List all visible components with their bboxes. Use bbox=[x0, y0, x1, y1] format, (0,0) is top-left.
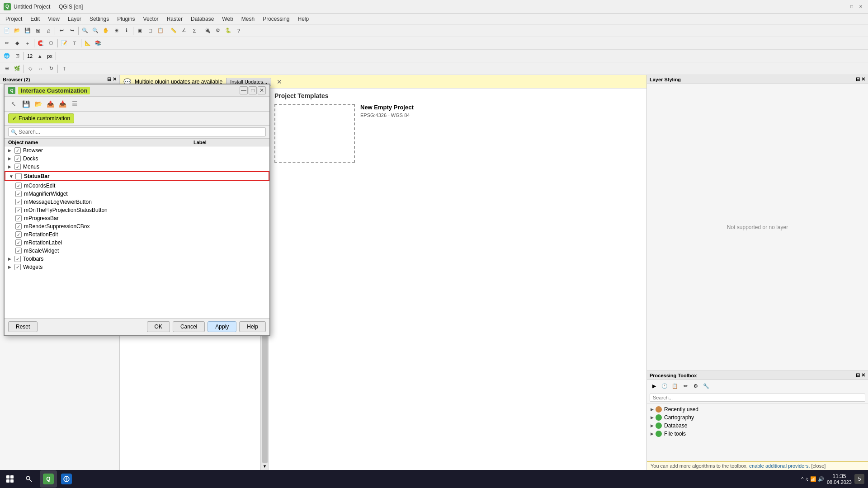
toolbar-open[interactable]: 📂 bbox=[12, 26, 22, 36]
toolbar-angle[interactable]: ∠ bbox=[179, 26, 189, 36]
menu-database[interactable]: Database bbox=[187, 15, 217, 23]
proc-more-btn[interactable]: 🔧 bbox=[702, 381, 711, 390]
taskbar-item-qgis[interactable]: Q bbox=[40, 470, 57, 488]
toolbar-identify[interactable]: ℹ bbox=[122, 26, 132, 36]
dlg-export-tool[interactable]: 📤 bbox=[45, 99, 56, 109]
toolbar-annotation[interactable]: 📝 bbox=[59, 38, 69, 48]
proc-options-btn[interactable]: ⚙ bbox=[691, 381, 700, 390]
tree-item-otfprojection[interactable]: ✓ mOnTheFlyProjectionStatusButton bbox=[5, 206, 269, 214]
maximize-button[interactable]: □ bbox=[848, 3, 855, 10]
menu-project[interactable]: Project bbox=[2, 15, 26, 23]
toolbar-layout[interactable]: 📐 bbox=[83, 38, 93, 48]
menu-raster[interactable]: Raster bbox=[163, 15, 186, 23]
toolbar-grasstools[interactable]: 🌿 bbox=[12, 64, 22, 74]
toolbar-georef[interactable]: ⊕ bbox=[2, 64, 12, 74]
info-close[interactable]: [close] bbox=[811, 463, 826, 469]
scroll-down[interactable]: ▼ bbox=[263, 464, 267, 470]
tree-item-statusbar[interactable]: ▼ StatusBar bbox=[5, 171, 269, 181]
rotationlabel-check[interactable]: ✓ bbox=[15, 239, 22, 246]
browser-close[interactable]: ✕ bbox=[113, 76, 117, 82]
processing-close[interactable]: ✕ bbox=[861, 372, 865, 378]
msglog-check[interactable]: ✓ bbox=[15, 199, 22, 205]
browser-float[interactable]: ⊟ bbox=[107, 76, 111, 82]
apply-button[interactable]: Apply bbox=[208, 321, 236, 332]
toolbar-attr-table[interactable]: 📋 bbox=[156, 26, 165, 36]
toolbar-extents[interactable]: ⊡ bbox=[12, 51, 22, 61]
ok-button[interactable]: OK bbox=[147, 321, 170, 332]
dlg-cursor-tool[interactable]: ↖ bbox=[8, 99, 19, 109]
menu-view[interactable]: View bbox=[44, 15, 63, 23]
tree-item-widgets[interactable]: ▶ ✓ Widgets bbox=[5, 263, 269, 271]
dialog-search-input[interactable] bbox=[8, 127, 266, 136]
tree-item-menus[interactable]: ▶ ✓ Menus bbox=[5, 163, 269, 171]
toolbar-undo[interactable]: ↩ bbox=[57, 26, 66, 36]
toolbar-zoom-in[interactable]: 🔍 bbox=[80, 26, 90, 36]
tree-item-browser[interactable]: ▶ ✓ Browser bbox=[5, 146, 269, 155]
tree-item-docks[interactable]: ▶ ✓ Docks bbox=[5, 155, 269, 163]
menu-mesh[interactable]: Mesh bbox=[238, 15, 258, 23]
toolbar-processing[interactable]: ⚙ bbox=[213, 26, 223, 36]
toolbar-node-edit[interactable]: ◇ bbox=[25, 64, 35, 74]
dlg-folder-tool[interactable]: 📂 bbox=[33, 99, 43, 109]
reset-button[interactable]: Reset bbox=[8, 321, 38, 332]
toolbar-pan[interactable]: ✋ bbox=[101, 26, 111, 36]
proc-item-cartography[interactable]: ▶ Cartography bbox=[647, 413, 868, 422]
menus-check[interactable]: ✓ bbox=[14, 164, 21, 170]
toolbar-python[interactable]: 🐍 bbox=[223, 26, 233, 36]
toolbar-atlas[interactable]: 📚 bbox=[93, 38, 103, 48]
menu-edit[interactable]: Edit bbox=[27, 15, 43, 23]
toolbar-zoom-full[interactable]: ⊞ bbox=[111, 26, 121, 36]
menu-vector[interactable]: Vector bbox=[140, 15, 162, 23]
toolbar-crs[interactable]: 🌐 bbox=[2, 51, 12, 61]
magnifier-check[interactable]: ✓ bbox=[15, 191, 22, 197]
dialog-maximize[interactable]: □ bbox=[249, 86, 257, 94]
coordsedit-check[interactable]: ✓ bbox=[15, 183, 22, 189]
processing-float[interactable]: ⊟ bbox=[856, 372, 860, 378]
toolbar-move[interactable]: ↔ bbox=[36, 64, 46, 74]
tree-item-msglog[interactable]: ✓ mMessageLogViewerButton bbox=[5, 198, 269, 206]
tree-item-toolbars[interactable]: ▶ ✓ Toolbars bbox=[5, 255, 269, 263]
toolbar-snapping[interactable]: 🧲 bbox=[36, 38, 46, 48]
menu-processing[interactable]: Processing bbox=[259, 15, 293, 23]
toolbar-new[interactable]: 📄 bbox=[2, 26, 12, 36]
toolbars-check[interactable]: ✓ bbox=[14, 256, 21, 262]
dlg-save-tool[interactable]: 💾 bbox=[20, 99, 31, 109]
minimize-button[interactable]: — bbox=[839, 3, 846, 10]
rendersuppress-check[interactable]: ✓ bbox=[15, 223, 22, 230]
proc-item-filetools[interactable]: ▶ File tools bbox=[647, 430, 868, 438]
toolbar-measure[interactable]: 📏 bbox=[169, 26, 179, 36]
proc-edit-btn[interactable]: ✏ bbox=[681, 381, 690, 390]
docks-check[interactable]: ✓ bbox=[14, 155, 21, 162]
dialog-minimize[interactable]: — bbox=[240, 86, 248, 94]
toolbar-add-feature[interactable]: + bbox=[23, 38, 33, 48]
taskbar-search[interactable] bbox=[20, 470, 38, 488]
toolbar-deselect[interactable]: ◻ bbox=[145, 26, 155, 36]
processing-search-input[interactable] bbox=[650, 394, 865, 402]
dlg-import-tool[interactable]: 📥 bbox=[57, 99, 68, 109]
widgets-check[interactable]: ✓ bbox=[14, 264, 21, 270]
toolbar-select[interactable]: ▣ bbox=[135, 26, 145, 36]
plugin-bar-close[interactable]: ✕ bbox=[277, 78, 282, 85]
tree-item-rendersuppress[interactable]: ✓ mRenderSuppressionCBox bbox=[5, 222, 269, 230]
toolbar-save-as[interactable]: 🖫 bbox=[33, 26, 43, 36]
scalewidget-check[interactable]: ✓ bbox=[15, 248, 22, 254]
tree-item-rotationlabel[interactable]: ✓ mRotationLabel bbox=[5, 239, 269, 247]
toolbar-topology[interactable]: ⬡ bbox=[46, 38, 56, 48]
layer-styling-float[interactable]: ⊟ bbox=[856, 76, 860, 82]
rotationedit-check[interactable]: ✓ bbox=[15, 231, 22, 238]
dialog-close[interactable]: ✕ bbox=[258, 86, 266, 94]
proc-results-btn[interactable]: 📋 bbox=[670, 381, 679, 390]
menu-settings[interactable]: Settings bbox=[86, 15, 113, 23]
toolbar-label[interactable]: T bbox=[70, 38, 80, 48]
tree-item-rotationedit[interactable]: ✓ mRotationEdit bbox=[5, 230, 269, 239]
toolbar-edit-nodes[interactable]: ◆ bbox=[12, 38, 22, 48]
proc-history-btn[interactable]: 🕐 bbox=[660, 381, 669, 390]
cancel-button[interactable]: Cancel bbox=[173, 321, 205, 332]
tree-item-progressbar[interactable]: ✓ mProgressBar bbox=[5, 214, 269, 222]
toolbar-zoom-out[interactable]: 🔍 bbox=[90, 26, 100, 36]
toolbar-digitize[interactable]: ✏ bbox=[2, 38, 12, 48]
template-new-empty[interactable]: New Empty Project EPSG:4326 - WGS 84 bbox=[274, 104, 641, 163]
toolbar-save[interactable]: 💾 bbox=[23, 26, 33, 36]
tree-item-coordsedit[interactable]: ✓ mCoordsEdit bbox=[5, 182, 269, 190]
start-button[interactable] bbox=[0, 470, 20, 488]
